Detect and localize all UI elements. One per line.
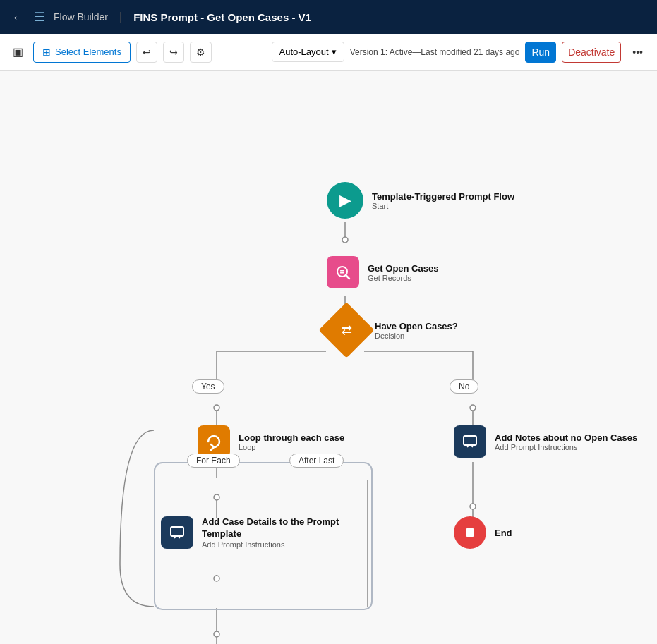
start-subtitle: Start: [372, 202, 514, 210]
auto-layout-chevron: ▾: [332, 47, 337, 57]
decision-icon: ⇄: [318, 302, 374, 358]
get-records-node[interactable]: Get Open Cases Get Records: [327, 256, 438, 288]
after-last-label: After Last: [289, 454, 344, 468]
get-records-icon: [327, 256, 359, 288]
end-node-right[interactable]: End: [454, 516, 512, 549]
toolbar: ▣ ⊞ Select Elements ↩ ↪ ⚙ Auto-Layout ▾ …: [0, 34, 657, 71]
start-title: Template-Triggered Prompt Flow: [372, 191, 514, 202]
add-case-title: Add Case Details to the Prompt Template: [202, 516, 343, 540]
loop-title: Loop through each case: [239, 432, 344, 443]
svg-rect-30: [466, 528, 474, 537]
decision-node[interactable]: ⇄ Have Open Cases? Decision: [327, 310, 458, 350]
end-right-title: End: [495, 528, 512, 538]
add-case-details-labels: Add Case Details to the Prompt Template …: [202, 516, 343, 549]
end-right-labels: End: [495, 528, 512, 538]
end-icon-right: [454, 516, 486, 549]
app-name: Flow Builder: [54, 11, 108, 23]
deactivate-button[interactable]: Deactivate: [562, 42, 621, 63]
version-status: Version 1: Active—Last modified 21 days …: [350, 47, 520, 57]
start-node[interactable]: ▶ Template-Triggered Prompt Flow Start: [327, 182, 514, 219]
auto-layout-label: Auto-Layout: [279, 47, 329, 57]
more-button[interactable]: •••: [627, 42, 649, 62]
flow-title: FINS Prompt - Get Open Cases - V1: [133, 11, 311, 23]
select-elements-icon: ⊞: [42, 47, 51, 58]
svg-point-1: [342, 237, 348, 243]
get-records-subtitle: Get Records: [368, 274, 438, 282]
loop-subtitle: Loop: [239, 443, 344, 451]
no-branch-label: No: [450, 379, 478, 394]
svg-rect-27: [340, 272, 344, 274]
add-case-details-icon: [161, 516, 193, 549]
back-button[interactable]: ←: [11, 9, 25, 25]
flow-canvas: ▶ Template-Triggered Prompt Flow Start: [0, 71, 657, 644]
decision-labels: Have Open Cases? Decision: [375, 321, 458, 340]
add-notes-labels: Add Notes about no Open Cases Add Prompt…: [495, 432, 637, 451]
flow-builder-icon: ☰: [34, 9, 45, 25]
yes-branch-label: Yes: [192, 379, 224, 394]
add-case-subtitle: Add Prompt Instructions: [202, 540, 343, 549]
for-each-label: For Each: [187, 454, 240, 468]
undo-button[interactable]: ↩: [136, 42, 157, 63]
app-header: ← ☰ Flow Builder | FINS Prompt - Get Ope…: [0, 0, 657, 34]
svg-rect-26: [340, 270, 344, 272]
redo-button[interactable]: ↪: [163, 42, 184, 63]
add-notes-node[interactable]: Add Notes about no Open Cases Add Prompt…: [454, 425, 637, 458]
svg-rect-28: [464, 436, 476, 445]
svg-point-8: [214, 405, 219, 411]
start-icon: ▶: [327, 182, 363, 219]
loop-labels: Loop through each case Loop: [239, 432, 344, 451]
add-notes-icon: [454, 425, 486, 458]
select-elements-label: Select Elements: [55, 47, 121, 57]
flow-diagram: ▶ Template-Triggered Prompt Flow Start: [0, 71, 657, 644]
decision-subtitle: Decision: [375, 332, 458, 340]
auto-layout-button[interactable]: Auto-Layout ▾: [272, 42, 344, 62]
panel-toggle-button[interactable]: ▣: [8, 42, 28, 61]
settings-button[interactable]: ⚙: [190, 42, 212, 63]
get-records-labels: Get Open Cases Get Records: [368, 263, 438, 282]
svg-point-22: [214, 631, 219, 637]
add-case-details-node[interactable]: Add Case Details to the Prompt Template …: [161, 516, 343, 549]
add-notes-title: Add Notes about no Open Cases: [495, 432, 637, 443]
svg-point-10: [470, 405, 476, 411]
select-elements-button[interactable]: ⊞ Select Elements: [33, 42, 131, 63]
svg-line-25: [346, 275, 349, 279]
decision-title: Have Open Cases?: [375, 321, 458, 332]
start-labels: Template-Triggered Prompt Flow Start: [372, 191, 514, 210]
svg-point-13: [470, 504, 476, 509]
run-button[interactable]: Run: [525, 42, 556, 63]
svg-rect-29: [171, 527, 183, 536]
get-records-title: Get Open Cases: [368, 263, 438, 274]
add-notes-subtitle: Add Prompt Instructions: [495, 443, 637, 451]
header-divider: |: [119, 11, 122, 23]
